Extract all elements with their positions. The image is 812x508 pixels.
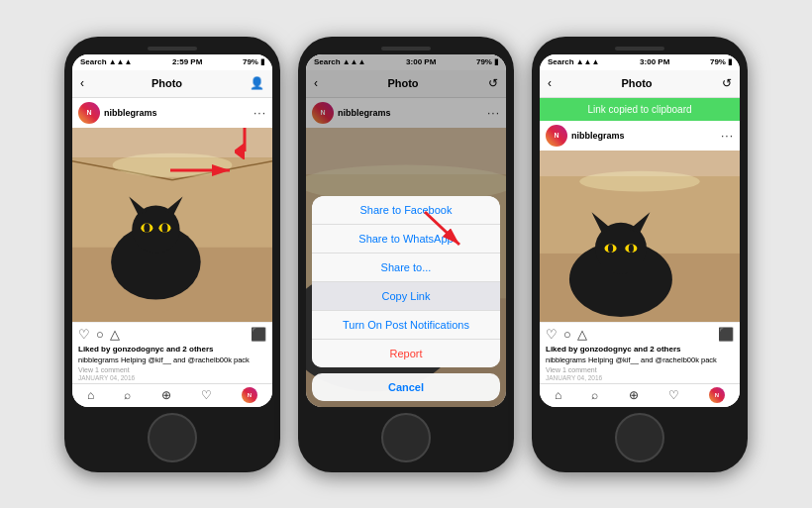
- action-icons-3: ♡ ○ △ ⬛: [546, 327, 734, 342]
- profile-nav-3[interactable]: N: [709, 387, 725, 403]
- share-icon-3[interactable]: △: [577, 327, 587, 342]
- time-1: 2:59 PM: [172, 57, 202, 66]
- search-nav-icon-3[interactable]: ⌕: [591, 388, 598, 402]
- home-icon-3[interactable]: ⌂: [555, 388, 561, 402]
- modal-backdrop-2[interactable]: Share to Facebook Share to WhatsApp Shar…: [306, 54, 506, 407]
- comment-icon-3[interactable]: ○: [563, 327, 571, 342]
- phone-speaker-1: [148, 47, 197, 51]
- action-sheet-2: Share to Facebook Share to WhatsApp Shar…: [312, 196, 500, 401]
- signal-1: ▲▲▲: [109, 57, 133, 66]
- home-icon-1[interactable]: ⌂: [87, 388, 94, 402]
- phone-notch-2: [306, 47, 506, 51]
- share-facebook-item[interactable]: Share to Facebook: [312, 196, 500, 225]
- comment-link-1[interactable]: View 1 comment: [78, 366, 266, 373]
- share-icon-1[interactable]: △: [110, 327, 120, 342]
- phone-2: Search ▲▲▲ 3:00 PM 79% ▮ ‹ Photo ↺ N nib…: [298, 37, 514, 472]
- post-header-1: N nibblegrams ···: [72, 98, 272, 128]
- copy-link-item[interactable]: Copy Link: [312, 282, 500, 311]
- phone-notch-3: [540, 47, 740, 51]
- home-button-2[interactable]: [381, 413, 431, 462]
- refresh-icon-3[interactable]: ↺: [722, 76, 732, 90]
- svg-point-8: [113, 152, 233, 176]
- bottom-nav-1: ⌂ ⌕ ⊕ ♡ N: [72, 383, 272, 407]
- page-title-3: Photo: [621, 77, 652, 89]
- time-3: 3:00 PM: [640, 57, 669, 66]
- avatar-1: N: [78, 102, 100, 124]
- add-icon-3[interactable]: ⊕: [629, 388, 639, 402]
- caption-text-1: nibblegrams Helping @kif__ and @rachelb0…: [78, 356, 266, 365]
- bookmark-icon-3[interactable]: ⬛: [718, 327, 734, 342]
- page-title-1: Photo: [152, 77, 182, 89]
- cat-photo-3: [540, 151, 740, 322]
- status-left-3: Search ▲▲▲: [548, 57, 599, 66]
- heart-nav-icon-3[interactable]: ♡: [668, 388, 679, 402]
- phone-screen-2: Search ▲▲▲ 3:00 PM 79% ▮ ‹ Photo ↺ N nib…: [306, 54, 506, 407]
- share-to-item[interactable]: Share to...: [312, 254, 500, 282]
- notifications-item[interactable]: Turn On Post Notifications: [312, 311, 500, 340]
- phone-device-2: Search ▲▲▲ 3:00 PM 79% ▮ ‹ Photo ↺ N nib…: [298, 37, 514, 472]
- like-icon-3[interactable]: ♡: [546, 327, 558, 342]
- heart-nav-icon-1[interactable]: ♡: [201, 388, 212, 402]
- photo-area-1: [72, 128, 272, 322]
- post-header-3: N nibblegrams ···: [540, 121, 740, 151]
- home-button-3[interactable]: [615, 413, 664, 462]
- date-text-3: JANUARY 04, 2016: [546, 374, 734, 381]
- likes-text-1: Liked by gonzodognyc and 2 others: [78, 345, 266, 354]
- phone-screen-1: Search ▲▲▲ 2:59 PM 79% ▮ ‹ Photo 👤 N nib…: [72, 54, 272, 407]
- phone-1: Search ▲▲▲ 2:59 PM 79% ▮ ‹ Photo 👤 N nib…: [64, 37, 280, 472]
- status-left-1: Search ▲▲▲: [80, 57, 132, 66]
- phone-screen-3: Search ▲▲▲ 3:00 PM 79% ▮ ‹ Photo ↺ Link …: [540, 54, 740, 407]
- profile-nav-1[interactable]: N: [242, 387, 257, 403]
- phone-notch-1: [72, 47, 272, 51]
- back-button-3[interactable]: ‹: [548, 76, 552, 90]
- svg-point-53: [608, 244, 613, 253]
- profile-icon-1[interactable]: 👤: [250, 76, 264, 90]
- action-sheet-main-2: Share to Facebook Share to WhatsApp Shar…: [312, 196, 500, 367]
- post-actions-1: ♡ ○ △ ⬛ Liked by gonzodognyc and 2 other…: [72, 322, 272, 383]
- svg-point-15: [144, 223, 150, 232]
- share-whatsapp-item[interactable]: Share to WhatsApp: [312, 225, 500, 254]
- action-sheet-cancel-2: Cancel: [312, 373, 500, 401]
- search-nav-icon-1[interactable]: ⌕: [124, 388, 131, 402]
- home-button-1[interactable]: [148, 413, 197, 462]
- battery-3: 79%: [710, 57, 726, 66]
- photo-area-3: [540, 151, 740, 322]
- comment-link-3[interactable]: View 1 comment: [546, 366, 734, 373]
- status-bar-1: Search ▲▲▲ 2:59 PM 79% ▮: [72, 54, 272, 70]
- date-text-1: JANUARY 04, 2016: [78, 374, 266, 381]
- report-item[interactable]: Report: [312, 340, 500, 367]
- battery-icon-3: ▮: [728, 57, 732, 66]
- likes-text-3: Liked by gonzodognyc and 2 others: [546, 345, 734, 354]
- phone-speaker-2: [381, 47, 431, 51]
- phone-3: Search ▲▲▲ 3:00 PM 79% ▮ ‹ Photo ↺ Link …: [532, 37, 748, 472]
- svg-point-54: [629, 244, 634, 253]
- battery-1: 79%: [243, 57, 258, 66]
- comment-icon-1[interactable]: ○: [96, 327, 104, 342]
- signal-3: ▲▲▲: [576, 57, 600, 66]
- svg-point-16: [161, 223, 167, 232]
- search-label-3: Search: [548, 57, 574, 66]
- post-actions-3: ♡ ○ △ ⬛ Liked by gonzodognyc and 2 other…: [540, 322, 740, 383]
- bookmark-icon-1[interactable]: ⬛: [251, 327, 266, 342]
- battery-icon-1: ▮: [260, 57, 264, 66]
- username-3: nibblegrams: [571, 131, 717, 141]
- svg-point-46: [579, 170, 699, 191]
- phone-speaker-3: [615, 47, 664, 51]
- status-right-3: 79% ▮: [710, 57, 732, 66]
- more-button-3[interactable]: ···: [721, 129, 734, 143]
- cat-photo-1: [72, 128, 272, 322]
- status-bar-3: Search ▲▲▲ 3:00 PM 79% ▮: [540, 54, 740, 70]
- avatar-3: N: [546, 125, 567, 147]
- more-button-1[interactable]: ···: [254, 106, 266, 120]
- link-copied-banner: Link copied to clipboard: [540, 98, 740, 121]
- back-button-1[interactable]: ‹: [80, 76, 84, 90]
- cancel-button-2[interactable]: Cancel: [312, 373, 500, 401]
- nav-bar-3: ‹ Photo ↺: [540, 70, 740, 98]
- search-label-1: Search: [80, 57, 107, 66]
- add-icon-1[interactable]: ⊕: [161, 388, 171, 402]
- nav-bar-1: ‹ Photo 👤: [72, 70, 272, 98]
- bottom-nav-3: ⌂ ⌕ ⊕ ♡ N: [540, 383, 740, 407]
- username-1: nibblegrams: [104, 108, 250, 118]
- like-icon-1[interactable]: ♡: [78, 327, 90, 342]
- caption-text-3: nibblegrams Helping @kif__ and @rachelb0…: [546, 356, 734, 365]
